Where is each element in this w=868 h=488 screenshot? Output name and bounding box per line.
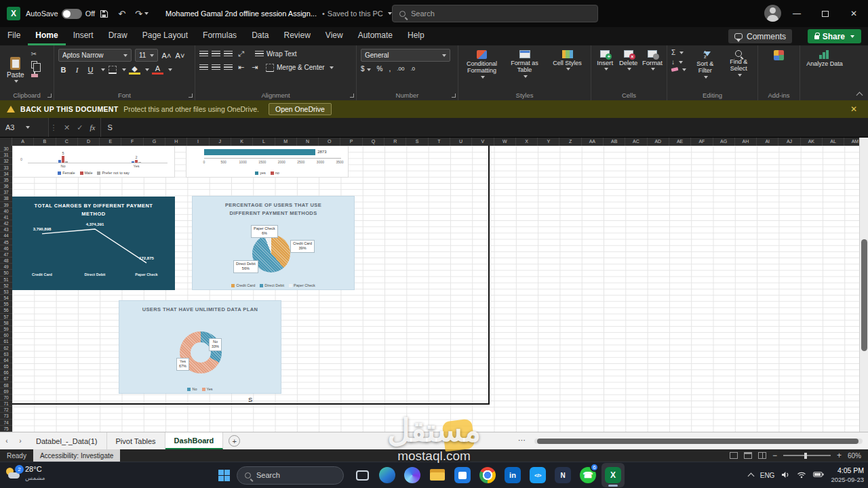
- row-header-43[interactable]: 43: [0, 226, 12, 232]
- comma-style-button[interactable]: ,: [389, 65, 391, 73]
- page-break-view-icon[interactable]: [758, 452, 766, 459]
- column-header-AM[interactable]: AM: [844, 138, 859, 146]
- ribbon-tab-view[interactable]: View: [318, 27, 351, 45]
- cancel-entry-icon[interactable]: ✕: [64, 123, 70, 132]
- collapse-ribbon-icon[interactable]: [856, 92, 863, 99]
- row-header-32[interactable]: 32: [0, 158, 12, 164]
- zoom-level[interactable]: 60%: [848, 452, 861, 460]
- column-header-G[interactable]: G: [144, 138, 165, 146]
- column-header-W[interactable]: W: [494, 138, 516, 146]
- increase-font-icon[interactable]: A˄: [161, 50, 172, 60]
- column-header-U[interactable]: U: [450, 138, 472, 146]
- font-size-select[interactable]: 11: [135, 49, 158, 62]
- cut-button[interactable]: ✂: [31, 51, 38, 58]
- comments-button[interactable]: Comments: [728, 29, 792, 43]
- document-title[interactable]: Mohamed Gamal 2nd offline session Assign…: [165, 9, 317, 18]
- column-header-AA[interactable]: AA: [582, 138, 604, 146]
- column-header-AL[interactable]: AL: [823, 138, 844, 146]
- row-header-46[interactable]: 46: [0, 245, 12, 251]
- wrap-text-button[interactable]: Wrap Text: [255, 50, 297, 58]
- row-header-64[interactable]: 64: [0, 357, 12, 363]
- sheet-options-icon[interactable]: ⋯: [518, 436, 527, 445]
- column-header-N[interactable]: N: [297, 138, 319, 146]
- clear-button[interactable]: [671, 68, 686, 71]
- fill-button[interactable]: ↓: [671, 58, 686, 66]
- column-header-Z[interactable]: Z: [559, 138, 581, 146]
- column-header-E[interactable]: E: [100, 138, 121, 146]
- task-view-icon[interactable]: [351, 463, 374, 487]
- cell-styles-button[interactable]: Cell Styles: [548, 49, 587, 90]
- zoom-out-button[interactable]: −: [772, 452, 777, 459]
- column-header-J[interactable]: J: [210, 138, 231, 146]
- copy-button[interactable]: [31, 61, 37, 68]
- taskbar-search-input[interactable]: Search: [237, 466, 344, 485]
- row-header-34[interactable]: 34: [0, 171, 12, 177]
- insert-function-icon[interactable]: fx: [90, 123, 95, 131]
- dismiss-warning-icon[interactable]: ✕: [846, 104, 861, 114]
- undo-icon[interactable]: ↶: [118, 9, 125, 19]
- row-header-61[interactable]: 61: [0, 338, 12, 344]
- column-header-F[interactable]: F: [121, 138, 143, 146]
- horizontal-scrollbar[interactable]: [534, 439, 863, 444]
- align-center-icon[interactable]: [212, 64, 220, 71]
- align-middle-icon[interactable]: [212, 51, 220, 58]
- row-header-60[interactable]: 60: [0, 332, 12, 338]
- column-header-T[interactable]: T: [429, 138, 450, 146]
- volume-icon[interactable]: [781, 471, 790, 480]
- autosum-button[interactable]: Σ: [671, 49, 686, 56]
- ribbon-tab-page-layout[interactable]: Page Layout: [135, 27, 195, 45]
- orientation-icon[interactable]: ⤢: [236, 49, 246, 59]
- merge-center-button[interactable]: Merge & Center: [266, 64, 334, 72]
- format-as-table-button[interactable]: Format as Table: [505, 49, 544, 90]
- wifi-icon[interactable]: [797, 471, 806, 480]
- align-left-icon[interactable]: [199, 64, 208, 71]
- row-header-57[interactable]: 57: [0, 314, 12, 320]
- accessibility-button[interactable]: Accessibility: Investigate: [33, 449, 120, 462]
- row-header-70[interactable]: 70: [0, 394, 12, 401]
- ribbon-tab-draw[interactable]: Draw: [101, 27, 135, 45]
- align-top-icon[interactable]: [199, 51, 208, 58]
- column-header-I[interactable]: I: [187, 138, 209, 146]
- column-header-AE[interactable]: AE: [669, 138, 691, 146]
- add-sheet-button[interactable]: +: [229, 435, 240, 447]
- row-header-40[interactable]: 40: [0, 208, 12, 214]
- alignment-dialog-launcher-icon[interactable]: [350, 94, 354, 98]
- row-header-38[interactable]: 38: [0, 195, 12, 201]
- row-header-37[interactable]: 37: [0, 189, 12, 195]
- weather-widget[interactable]: 2 28°C مشمس: [5, 465, 45, 482]
- underline-button[interactable]: U: [85, 64, 96, 75]
- row-header-50[interactable]: 50: [0, 270, 12, 276]
- row-header-33[interactable]: 33: [0, 165, 12, 171]
- chart-horizontal-bar-partial[interactable]: 2873 0500100015002000250030003500 yesno: [186, 146, 349, 178]
- row-header-54[interactable]: 54: [0, 295, 12, 301]
- ribbon-tab-home[interactable]: Home: [28, 27, 65, 45]
- find-select-button[interactable]: Find & Select: [724, 49, 754, 90]
- column-header-L[interactable]: L: [253, 138, 275, 146]
- row-header-75[interactable]: 75: [0, 426, 12, 432]
- chart-payment-methods-pie[interactable]: PERCENTAGE OF USERS THAT USE DIFFERENT P…: [192, 196, 355, 290]
- zoom-slider[interactable]: [783, 455, 831, 456]
- open-onedrive-button[interactable]: Open OneDrive: [269, 103, 332, 115]
- row-header-39[interactable]: 39: [0, 202, 12, 208]
- excel-icon[interactable]: X: [601, 463, 625, 487]
- clipboard-dialog-launcher-icon[interactable]: [47, 94, 52, 98]
- row-header-67[interactable]: 67: [0, 375, 12, 382]
- column-header-V[interactable]: V: [472, 138, 494, 146]
- number-dialog-launcher-icon[interactable]: [452, 94, 456, 98]
- maximize-button[interactable]: [811, 0, 840, 27]
- column-header-S[interactable]: S: [406, 138, 428, 146]
- autosave-toggle[interactable]: [62, 9, 82, 19]
- increase-decimal-button[interactable]: .00: [397, 66, 404, 72]
- horizontal-scrollbar-thumb[interactable]: [537, 439, 859, 444]
- language-indicator[interactable]: ENG: [760, 472, 775, 479]
- addins-button[interactable]: [763, 49, 795, 90]
- confirm-entry-icon[interactable]: ✓: [77, 123, 83, 132]
- formula-input[interactable]: S: [101, 118, 868, 137]
- row-header-58[interactable]: 58: [0, 320, 12, 326]
- italic-button[interactable]: I: [72, 64, 82, 75]
- ribbon-tab-file[interactable]: File: [0, 27, 28, 45]
- ribbon-tab-help[interactable]: Help: [400, 27, 432, 45]
- chart-gender-partial[interactable]: 0 5No2Yes FemaleMalePrefer not to say: [12, 146, 175, 178]
- column-header-X[interactable]: X: [516, 138, 538, 146]
- column-header-AI[interactable]: AI: [757, 138, 778, 146]
